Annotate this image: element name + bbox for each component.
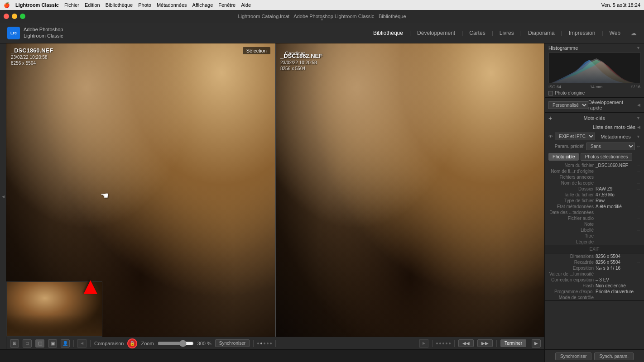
menu-aide[interactable]: Aide [241, 2, 251, 8]
exif-type-select[interactable]: EXIF et IPTC EXIF IPTC [555, 133, 595, 140]
histogram-section: Histogramme ▼ [545, 43, 644, 98]
dot-2 [260, 343, 262, 344]
photos-selectionnees-tab[interactable]: Photos sélectionnées [581, 153, 632, 161]
svg-marker-3 [549, 58, 641, 83]
module-diaporama[interactable]: Diaporama [524, 28, 559, 38]
nom-origine-edit-icon[interactable]: → [636, 169, 640, 174]
synchroniser-button[interactable]: Synchroniser [215, 339, 250, 347]
exif-divider: EXIF [545, 245, 644, 253]
recadree-edit-icon[interactable]: → [636, 260, 640, 265]
histogram-collapse-icon[interactable]: ▼ [636, 46, 640, 50]
module-cartes[interactable]: Cartes [465, 28, 490, 38]
preset-param-select[interactable]: Sans [586, 143, 635, 150]
survey-view-button[interactable]: ▣ [48, 339, 57, 348]
module-developpement[interactable]: Développement [413, 28, 460, 38]
nom-fichier-edit-icon[interactable]: → [636, 163, 640, 168]
selection-panel: _DSC1860.NEF 23/02/22 10:20:58 8256 x 55… [6, 43, 275, 337]
loupe-view-button[interactable]: □ [23, 339, 32, 348]
terminer-button[interactable]: Terminer [500, 339, 526, 347]
app-name: Lightroom Classic [15, 2, 59, 8]
module-livres[interactable]: Livres [495, 28, 519, 38]
lrc-badge: Lrc [7, 27, 20, 39]
dimensions-label: Dimensions [548, 254, 594, 259]
valeur-lum-label: Valeur de ...luminosité [548, 272, 594, 276]
lr-logo: Lrc Adobe PhotoshopLightroom Classic [7, 27, 63, 39]
legende-row: Légende [545, 239, 644, 245]
prev-nav-button[interactable]: ◀◀ [458, 339, 474, 347]
candidat-date: 23/02/22 10:20:58 [280, 60, 322, 65]
filmstrip-left-collapse[interactable]: ◀ [77, 339, 87, 348]
menu-bibliotheque[interactable]: Bibliothèque [106, 2, 133, 8]
correction-expo-row: Correction exposition – 3 EV [545, 277, 644, 283]
preset-select[interactable]: Personnalisé Auto Standard [548, 101, 588, 109]
metadata-collapse-icon[interactable]: ▼ [636, 134, 640, 139]
separator-5 [432, 340, 433, 347]
dot-1 [257, 343, 259, 344]
zoom-slider[interactable] [158, 340, 194, 347]
right-panel-toggle[interactable]: ▶ [532, 339, 541, 348]
menu-affichage[interactable]: Affichage [192, 2, 213, 8]
system-icons: Ven. 5 août 18:24 [601, 2, 640, 8]
preset-edit-icon[interactable]: ✏ [637, 144, 640, 149]
keywords-list-row: Liste des mots-clés ◀ [545, 124, 644, 131]
next-nav-button[interactable]: ▶▶ [477, 339, 493, 347]
fichier-audio-label: Fichier audio [548, 216, 594, 221]
type-fichier-value: Raw [596, 198, 640, 203]
close-button[interactable] [4, 14, 9, 19]
apple-menu[interactable]: 🍎 [4, 2, 10, 8]
photo-origine-checkbox[interactable] [548, 91, 553, 95]
libelle-row: Libellé → [545, 227, 644, 233]
titre-row: Titre [545, 233, 644, 239]
menu-photo[interactable]: Photo [138, 2, 151, 8]
window-controls[interactable] [4, 14, 25, 19]
fichier-audio-edit-icon[interactable]: → [636, 216, 640, 221]
filmstrip-right-collapse[interactable]: ▶ [419, 339, 428, 348]
photo-cible-tab[interactable]: Photo cible [548, 153, 579, 161]
left-panel-toggle[interactable]: ◀ [2, 195, 5, 199]
keywords-list-collapse-icon[interactable]: ◀ [637, 125, 640, 129]
recadree-label: Recadrée [548, 260, 594, 265]
menu-edition[interactable]: Edition [85, 2, 100, 8]
dossier-edit-icon[interactable]: → [636, 187, 640, 191]
programme-row: Programme d'expo. Priorité d'ouverture [545, 289, 644, 295]
taille-fichier-value: 47,59 Mo [596, 192, 640, 197]
candidat-filename: _DSC1862.NEF [280, 52, 322, 59]
module-impression[interactable]: Impression [564, 28, 600, 38]
sync-lock-button[interactable]: 🔒 [127, 338, 137, 348]
cloud-icon[interactable]: ☁ [630, 29, 637, 37]
grid-view-button[interactable]: ⊞ [10, 339, 19, 348]
etat-edit-icon[interactable]: → [636, 205, 640, 209]
nom-copie-edit-icon[interactable]: → [636, 181, 640, 186]
zoom-label: Zoom [141, 341, 154, 346]
flash-value: Non déclenché [596, 283, 640, 288]
module-web[interactable]: Web [605, 28, 625, 38]
programme-label: Programme d'expo. [548, 289, 594, 294]
metadata-section: 👁 EXIF et IPTC EXIF IPTC Métadonnées ▼ P… [545, 131, 644, 301]
candidat-dimensions: 8256 x 5504 [280, 66, 322, 71]
module-bibliotheque[interactable]: Bibliothèque [369, 28, 408, 38]
type-fichier-label: Type de fichier [548, 198, 594, 203]
menu-fenetre[interactable]: Fenêtre [218, 2, 235, 8]
people-view-button[interactable]: 👤 [61, 339, 70, 348]
programme-value: Priorité d'ouverture [596, 289, 640, 294]
quick-dev-collapse-icon[interactable]: ◀ [637, 103, 640, 107]
filmstrip-area [0, 350, 544, 362]
synchroniser-bottom-button[interactable]: Synchroniser [555, 352, 591, 360]
comparison-label: Comparaison [94, 341, 124, 346]
toolbar-right: ▶ ◀◀ ▶▶ Terminer ▶ [419, 339, 541, 348]
menu-fichier[interactable]: Fichier [64, 2, 79, 8]
exif-eye-icon[interactable]: 👁 [548, 134, 553, 139]
add-keyword-button[interactable]: + [548, 114, 552, 122]
minimize-button[interactable] [12, 14, 17, 19]
synch-param-button[interactable]: Synch. param. [594, 352, 633, 360]
taille-fichier-label: Taille du fichier [548, 192, 594, 197]
compare-view-button[interactable]: ◫ [35, 339, 44, 348]
menu-metadonnees[interactable]: Métadonnées [157, 2, 187, 8]
maximize-button[interactable] [20, 14, 25, 19]
keywords-collapse-icon[interactable]: ▼ [636, 116, 640, 120]
valeur-lum-row: Valeur de ...luminosité [545, 271, 644, 277]
histogram-canvas [548, 52, 641, 83]
note-row: Note [545, 221, 644, 227]
dot-5 [270, 343, 272, 344]
libelle-edit-icon[interactable]: → [636, 228, 640, 233]
